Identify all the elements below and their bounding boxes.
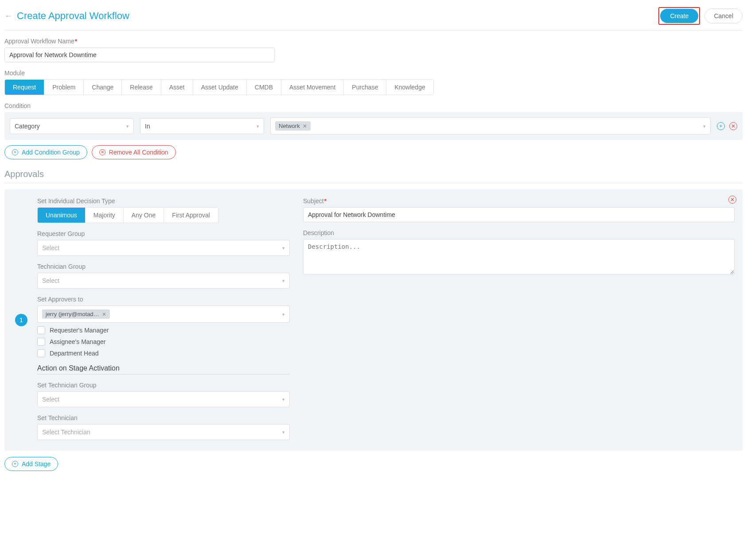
tab-asset-movement[interactable]: Asset Movement: [281, 80, 344, 95]
condition-value-select[interactable]: Network ✕ ▾: [270, 117, 711, 135]
decision-type-tabs: Unanimous Majority Any One First Approva…: [37, 207, 218, 223]
create-button[interactable]: Create: [660, 9, 698, 23]
create-highlight: Create: [658, 7, 700, 25]
remove-condition-icon[interactable]: ✕: [729, 122, 737, 130]
chevron-down-icon: ▾: [282, 397, 285, 402]
set-tech-label: Set Technician: [37, 414, 290, 421]
add-stage-label: Add Stage: [22, 460, 51, 467]
x-circle-icon: ✕: [99, 149, 105, 155]
stage-number-badge: 1: [15, 314, 27, 326]
divider: [4, 183, 743, 183]
checkbox-department-head[interactable]: Department Head: [37, 349, 290, 357]
page-title: Create Approval Workflow: [17, 10, 129, 22]
decision-any-one[interactable]: Any One: [124, 208, 164, 223]
requester-group-select[interactable]: Select ▾: [37, 240, 290, 256]
action-on-stage-heading: Action on Stage Activation: [37, 364, 290, 372]
decision-unanimous[interactable]: Unanimous: [38, 208, 86, 223]
cancel-button[interactable]: Cancel: [704, 8, 743, 23]
decision-majority[interactable]: Majority: [86, 208, 124, 223]
chevron-down-icon: ▾: [126, 123, 129, 129]
condition-row: Category ▾ In ▾ Network ✕ ▾ + ✕: [4, 112, 743, 140]
add-condition-group-label: Add Condition Group: [22, 149, 80, 156]
checkbox-requesters-manager[interactable]: Requester's Manager: [37, 326, 290, 334]
approver-chip: jerry (jerry@motad… ✕: [42, 309, 110, 319]
condition-operator-select[interactable]: In ▾: [140, 118, 264, 134]
requester-group-placeholder: Select: [42, 244, 59, 251]
set-tech-group-select[interactable]: Select ▾: [37, 391, 290, 407]
set-tech-placeholder: Select Technician: [42, 429, 90, 436]
remove-all-condition-button[interactable]: ✕ Remove All Condition: [92, 145, 176, 159]
header-bar: ← Create Approval Workflow Create Cancel: [4, 4, 743, 31]
set-tech-select[interactable]: Select Technician ▾: [37, 424, 290, 440]
tab-change[interactable]: Change: [84, 80, 122, 95]
add-condition-group-button[interactable]: + Add Condition Group: [4, 145, 87, 159]
decision-type-label: Set Individual Decision Type: [37, 197, 290, 205]
approver-chip-label: jerry (jerry@motad…: [46, 311, 99, 317]
plus-circle-icon: +: [12, 149, 18, 155]
tab-asset-update[interactable]: Asset Update: [193, 80, 247, 95]
tab-asset[interactable]: Asset: [161, 80, 193, 95]
approval-stage: 1 ✕ Set Individual Decision Type Unanimo…: [4, 189, 743, 451]
checkbox-label: Department Head: [50, 350, 99, 357]
tab-cmdb[interactable]: CMDB: [247, 80, 281, 95]
checkbox-icon[interactable]: [37, 349, 45, 357]
chevron-down-icon: ▾: [257, 123, 259, 129]
tab-release[interactable]: Release: [122, 80, 161, 95]
checkbox-icon[interactable]: [37, 326, 45, 334]
checkbox-assignees-manager[interactable]: Assignee's Manager: [37, 338, 290, 346]
tab-knowledge[interactable]: Knowledge: [386, 80, 433, 95]
chip-label: Network: [279, 123, 300, 129]
add-stage-button[interactable]: + Add Stage: [4, 457, 58, 471]
tab-problem[interactable]: Problem: [44, 80, 84, 95]
approvals-heading: Approvals: [4, 169, 743, 179]
condition-value-chip: Network ✕: [275, 121, 311, 131]
chevron-down-icon: ▾: [703, 123, 706, 129]
checkbox-icon[interactable]: [37, 338, 45, 346]
chevron-down-icon: ▾: [282, 278, 285, 284]
chip-remove-icon[interactable]: ✕: [102, 311, 106, 317]
requester-group-label: Requester Group: [37, 230, 290, 237]
subject-label: Subject*: [303, 197, 735, 205]
remove-all-condition-label: Remove All Condition: [109, 149, 168, 156]
tab-request[interactable]: Request: [5, 80, 44, 95]
condition-label: Condition: [4, 102, 743, 109]
condition-field-select[interactable]: Category ▾: [10, 118, 134, 134]
chevron-down-icon: ▾: [282, 245, 285, 251]
description-textarea[interactable]: [303, 239, 735, 274]
technician-group-label: Technician Group: [37, 263, 290, 270]
set-tech-group-placeholder: Select: [42, 396, 59, 403]
remove-stage-icon[interactable]: ✕: [728, 196, 736, 204]
back-arrow-icon[interactable]: ←: [4, 12, 12, 21]
workflow-name-input[interactable]: [4, 47, 275, 62]
subject-input[interactable]: [303, 207, 735, 222]
technician-group-placeholder: Select: [42, 277, 59, 284]
decision-first-approval[interactable]: First Approval: [164, 208, 218, 223]
chevron-down-icon: ▾: [282, 311, 285, 317]
condition-field-value: Category: [15, 123, 40, 130]
chip-remove-icon[interactable]: ✕: [303, 123, 307, 129]
tab-purchase[interactable]: Purchase: [344, 80, 386, 95]
description-label: Description: [303, 229, 735, 236]
module-tabs: Request Problem Change Release Asset Ass…: [4, 79, 434, 95]
checkbox-label: Requester's Manager: [50, 327, 109, 334]
checkbox-label: Assignee's Manager: [50, 338, 105, 345]
module-label: Module: [4, 70, 743, 77]
add-condition-icon[interactable]: +: [717, 122, 725, 130]
chevron-down-icon: ▾: [282, 429, 285, 435]
plus-circle-icon: +: [12, 461, 18, 467]
approvers-label: Set Approvers to: [37, 296, 290, 303]
condition-operator-value: In: [145, 123, 150, 130]
approvers-select[interactable]: jerry (jerry@motad… ✕ ▾: [37, 305, 290, 323]
workflow-name-label: Approval Workflow Name*: [4, 38, 743, 45]
technician-group-select[interactable]: Select ▾: [37, 273, 290, 289]
divider: [37, 374, 290, 375]
set-tech-group-label: Set Technician Group: [37, 382, 290, 389]
